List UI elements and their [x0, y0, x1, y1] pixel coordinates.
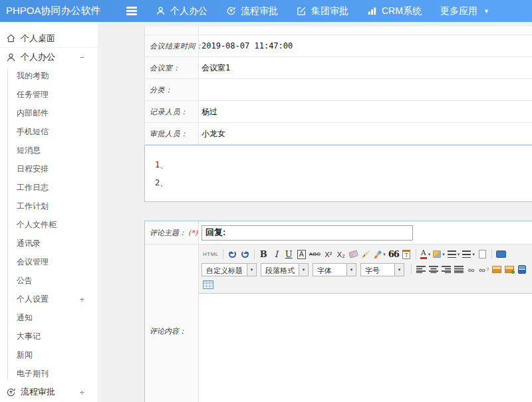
remove-link-button[interactable]: ∞?: [477, 263, 490, 276]
sidebar-item-schedule[interactable]: 日程安排: [0, 159, 98, 178]
sidebar-item-work-plan[interactable]: 工作计划: [0, 197, 98, 215]
undo-icon: [229, 251, 236, 258]
comment-form: 评论主题： (*) 评论内容： HTML B: [144, 221, 532, 402]
paragraph-format-select[interactable]: 段落格式▾: [261, 263, 309, 276]
meeting-content-box: 1、 2、: [144, 145, 532, 202]
align-left-icon: [416, 266, 426, 273]
table-row-category: 分类：: [145, 78, 532, 100]
sidebar-item-personal-files[interactable]: 个人文件柜: [0, 215, 98, 234]
user-icon: [156, 6, 166, 16]
italic-button[interactable]: I: [270, 248, 283, 261]
media-icon: [518, 265, 526, 274]
align-center-button[interactable]: [427, 263, 440, 276]
sidebar-item-personal-settings[interactable]: 个人设置 +: [0, 290, 98, 308]
font-family-select[interactable]: 字体▾: [313, 263, 356, 276]
sidebar-item-personal-desktop[interactable]: 个人桌面: [0, 29, 98, 48]
chevron-down-icon: ▾: [394, 264, 404, 276]
sidebar-item-notice[interactable]: 通知: [0, 308, 98, 327]
comment-content-row: 评论内容： HTML B I U A ABC X²: [145, 245, 532, 402]
nav-group-approval[interactable]: 集团审批: [297, 5, 348, 17]
format-painter-button[interactable]: [360, 248, 372, 261]
user-icon: [5, 52, 16, 62]
sidebar-item-work-log[interactable]: 工作日志: [0, 178, 98, 197]
sidebar-item-contacts[interactable]: 通讯录: [0, 234, 98, 252]
table-row-meeting-room: 会议室： 会议室1: [145, 56, 532, 78]
sidebar-item-sms[interactable]: 手机短信: [0, 122, 98, 141]
insert-media-button[interactable]: [515, 263, 528, 276]
nav-label: 流程审批: [241, 5, 278, 17]
redo-icon: [241, 251, 249, 258]
nav-workflow-approval[interactable]: 流程审批: [226, 5, 278, 17]
unordered-list-button[interactable]: ▾: [461, 248, 476, 261]
sidebar-item-news[interactable]: 新闻: [0, 346, 98, 364]
sidebar-item-workflow-approval[interactable]: 流程审批 +: [0, 383, 98, 401]
bold-button[interactable]: B: [257, 248, 270, 261]
sidebar-item-announcement[interactable]: 公告: [0, 271, 98, 290]
subscript-button[interactable]: X₂: [334, 248, 347, 261]
sidebar-item-major-events[interactable]: 大事记: [0, 327, 98, 346]
new-page-button[interactable]: [476, 248, 489, 261]
chart-icon: [367, 6, 377, 16]
ordered-list-icon: [448, 251, 456, 258]
align-right-button[interactable]: [440, 263, 452, 276]
font-color-button[interactable]: A ▾: [419, 248, 432, 261]
sidebar-item-e-journal[interactable]: 电子期刊: [0, 364, 98, 383]
meeting-detail-table: 会议结束时间： 2019-08-07 11:47:00 会议室： 会议室1 分类…: [144, 27, 532, 145]
sidebar-item-internal-mail[interactable]: 内部邮件: [0, 104, 98, 122]
nav-label: 集团审批: [311, 5, 348, 17]
font-color-icon: A: [420, 249, 427, 259]
paste-as-text-button[interactable]: T: [400, 248, 413, 261]
sidebar-item-personal-office[interactable]: 个人办公 −: [0, 48, 98, 66]
content-line: 2、: [155, 174, 532, 192]
sidebar-item-meeting-management[interactable]: 会议管理: [0, 252, 98, 271]
toolbar-separator: [416, 249, 416, 259]
ordered-list-button[interactable]: ▾: [446, 248, 462, 261]
insert-image-button[interactable]: [490, 263, 503, 276]
chevron-down-icon: ▾: [247, 264, 256, 276]
comment-subject-label: 评论主题：: [150, 228, 186, 238]
comment-subject-input[interactable]: [201, 225, 413, 241]
insert-link-button[interactable]: ∞: [465, 263, 477, 276]
rich-text-editor: HTML B I U A ABC X² X₂ ▾: [199, 245, 532, 402]
table-row-meeting-end-time: 会议结束时间： 2019-08-07 11:47:00: [145, 35, 532, 56]
toolbar-row-1: HTML B I U A ABC X² X₂ ▾: [200, 247, 532, 262]
collapse-toggle[interactable]: −: [79, 53, 84, 62]
fullscreen-button[interactable]: [495, 248, 507, 261]
font-size-select[interactable]: 字号▾: [360, 263, 404, 276]
heading-select[interactable]: 自定义标题▾: [201, 263, 257, 276]
border-text-button[interactable]: A: [295, 248, 308, 261]
highlight-color-button[interactable]: ▾: [432, 248, 446, 261]
nav-more-apps[interactable]: 更多应用 ▼: [440, 5, 489, 17]
quick-format-button[interactable]: ▾: [372, 248, 387, 261]
insert-netimage-button[interactable]: [503, 263, 515, 276]
undo-button[interactable]: [226, 248, 239, 261]
sidebar-item-short-message[interactable]: 短消息: [0, 141, 98, 159]
remove-format-button[interactable]: [347, 248, 360, 261]
field-label: 会议结束时间：: [150, 41, 203, 51]
redo-button[interactable]: [239, 248, 251, 261]
app-logo: PHPOA协同办公软件: [0, 5, 126, 17]
toolbar-row-3: [200, 277, 532, 292]
sidebar-item-my-attendance[interactable]: 我的考勤: [0, 66, 98, 85]
brush-icon: [362, 251, 370, 258]
underline-button[interactable]: U: [283, 248, 295, 261]
expand-toggle[interactable]: +: [79, 295, 84, 304]
unordered-list-icon: [462, 251, 471, 258]
html-source-button[interactable]: HTML: [201, 248, 220, 261]
nav-label: 更多应用: [440, 5, 477, 17]
editor-content-area[interactable]: [199, 294, 532, 402]
paste-icon: T: [402, 250, 410, 259]
blockquote-button[interactable]: 66: [387, 248, 400, 261]
top-navbar: PHPOA协同办公软件 个人办公 流程审批 集团审批 CRM系统: [0, 0, 532, 22]
wand-icon: [374, 251, 382, 258]
strikethrough-button[interactable]: ABC: [308, 248, 322, 261]
align-justify-button[interactable]: [452, 263, 465, 276]
expand-toggle[interactable]: +: [79, 388, 84, 397]
insert-table-button[interactable]: [201, 278, 215, 292]
hamburger-menu-icon[interactable]: [126, 7, 137, 15]
align-left-button[interactable]: [414, 263, 427, 276]
nav-crm-system[interactable]: CRM系统: [367, 5, 422, 17]
superscript-button[interactable]: X²: [322, 248, 334, 261]
nav-personal-office[interactable]: 个人办公: [156, 5, 207, 17]
sidebar-item-task-management[interactable]: 任务管理: [0, 85, 98, 104]
